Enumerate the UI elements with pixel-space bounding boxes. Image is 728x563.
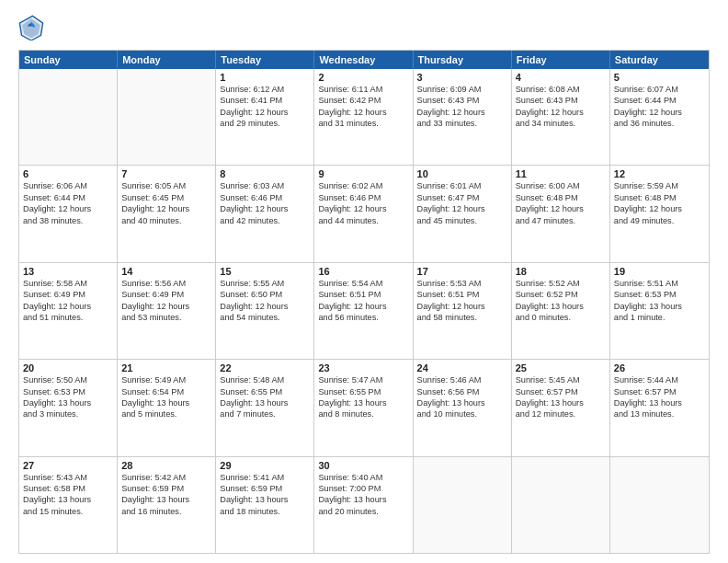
- day-cell-23: 23Sunrise: 5:47 AMSunset: 6:55 PMDayligh…: [314, 360, 413, 455]
- day-cell-18: 18Sunrise: 5:52 AMSunset: 6:52 PMDayligh…: [512, 263, 610, 359]
- calendar-row-1: 6Sunrise: 6:06 AMSunset: 6:44 PMDaylight…: [19, 165, 709, 261]
- cell-info-line: Sunrise: 6:00 AM: [516, 180, 606, 191]
- header-day-saturday: Saturday: [610, 51, 709, 69]
- day-cell-25: 25Sunrise: 5:45 AMSunset: 6:57 PMDayligh…: [512, 360, 610, 455]
- cell-info-line: Daylight: 13 hours: [417, 397, 507, 408]
- cell-info-line: and 44 minutes.: [318, 215, 408, 226]
- empty-cell: [610, 457, 709, 553]
- day-cell-24: 24Sunrise: 5:46 AMSunset: 6:56 PMDayligh…: [414, 360, 512, 455]
- day-cell-20: 20Sunrise: 5:50 AMSunset: 6:53 PMDayligh…: [19, 360, 118, 455]
- cell-info-line: Sunset: 6:44 PM: [614, 95, 705, 106]
- cell-info-line: Sunrise: 5:54 AM: [318, 278, 408, 289]
- day-number: 18: [516, 266, 606, 277]
- cell-info-line: Sunset: 6:55 PM: [220, 386, 310, 397]
- day-cell-26: 26Sunrise: 5:44 AMSunset: 6:57 PMDayligh…: [610, 360, 709, 455]
- cell-info-line: Daylight: 13 hours: [318, 494, 408, 505]
- cell-info-line: Sunrise: 5:59 AM: [614, 180, 705, 191]
- empty-cell: [19, 69, 118, 165]
- cell-info-line: Daylight: 12 hours: [417, 107, 507, 118]
- calendar-header: SundayMondayTuesdayWednesdayThursdayFrid…: [19, 51, 709, 69]
- day-number: 12: [614, 168, 705, 179]
- cell-info-line: Daylight: 13 hours: [220, 397, 310, 408]
- cell-info-line: Daylight: 12 hours: [220, 107, 310, 118]
- cell-info-line: Daylight: 13 hours: [220, 494, 310, 505]
- day-number: 29: [220, 460, 310, 471]
- cell-info-line: and 45 minutes.: [417, 215, 507, 226]
- cell-info-line: and 29 minutes.: [220, 118, 310, 129]
- cell-info-line: Sunset: 6:44 PM: [23, 192, 113, 203]
- day-number: 20: [23, 362, 113, 373]
- cell-info-line: Daylight: 12 hours: [417, 301, 507, 312]
- day-cell-17: 17Sunrise: 5:53 AMSunset: 6:51 PMDayligh…: [414, 263, 512, 359]
- day-number: 27: [23, 460, 113, 471]
- cell-info-line: and 7 minutes.: [220, 408, 310, 419]
- day-cell-28: 28Sunrise: 5:42 AMSunset: 6:59 PMDayligh…: [118, 457, 216, 553]
- day-number: 19: [614, 266, 705, 277]
- cell-info-line: Sunrise: 6:06 AM: [23, 180, 113, 191]
- day-number: 8: [220, 168, 310, 179]
- cell-info-line: Sunset: 6:52 PM: [516, 289, 606, 300]
- cell-info-line: Daylight: 12 hours: [417, 203, 507, 214]
- cell-info-line: Sunrise: 5:44 AM: [614, 374, 705, 385]
- cell-info-line: Sunrise: 5:41 AM: [220, 472, 310, 483]
- cell-info-line: Sunset: 7:00 PM: [318, 483, 408, 494]
- cell-info-line: Daylight: 12 hours: [614, 203, 705, 214]
- cell-info-line: and 33 minutes.: [417, 118, 507, 129]
- cell-info-line: Daylight: 12 hours: [516, 203, 606, 214]
- day-number: 13: [23, 266, 113, 277]
- day-number: 10: [417, 168, 507, 179]
- day-cell-21: 21Sunrise: 5:49 AMSunset: 6:54 PMDayligh…: [118, 360, 216, 455]
- cell-info-line: Sunrise: 5:56 AM: [121, 278, 211, 289]
- cell-info-line: Sunset: 6:43 PM: [417, 95, 507, 106]
- cell-info-line: Sunset: 6:53 PM: [614, 289, 705, 300]
- day-number: 26: [614, 362, 705, 373]
- day-cell-7: 7Sunrise: 6:05 AMSunset: 6:45 PMDaylight…: [118, 166, 216, 261]
- cell-info-line: and 36 minutes.: [614, 118, 705, 129]
- cell-info-line: Sunset: 6:50 PM: [220, 289, 310, 300]
- day-cell-27: 27Sunrise: 5:43 AMSunset: 6:58 PMDayligh…: [19, 457, 118, 553]
- header-day-sunday: Sunday: [19, 51, 118, 69]
- cell-info-line: and 13 minutes.: [614, 408, 705, 419]
- cell-info-line: and 16 minutes.: [121, 506, 211, 517]
- cell-info-line: Sunrise: 5:48 AM: [220, 374, 310, 385]
- cell-info-line: Daylight: 13 hours: [614, 397, 705, 408]
- cell-info-line: Sunrise: 5:43 AM: [23, 472, 113, 483]
- cell-info-line: and 31 minutes.: [318, 118, 408, 129]
- cell-info-line: Sunset: 6:43 PM: [516, 95, 606, 106]
- calendar: SundayMondayTuesdayWednesdayThursdayFrid…: [18, 50, 710, 554]
- cell-info-line: Sunrise: 6:02 AM: [318, 180, 408, 191]
- cell-info-line: Daylight: 13 hours: [23, 494, 113, 505]
- empty-cell: [512, 457, 610, 553]
- cell-info-line: Sunset: 6:54 PM: [121, 386, 211, 397]
- day-number: 7: [121, 168, 211, 179]
- day-number: 23: [318, 362, 408, 373]
- cell-info-line: Sunset: 6:46 PM: [220, 192, 310, 203]
- day-number: 5: [614, 72, 705, 83]
- cell-info-line: Daylight: 12 hours: [318, 203, 408, 214]
- cell-info-line: Daylight: 13 hours: [23, 397, 113, 408]
- cell-info-line: Sunrise: 6:12 AM: [220, 84, 310, 95]
- day-number: 2: [318, 72, 408, 83]
- cell-info-line: and 58 minutes.: [417, 312, 507, 323]
- cell-info-line: Sunrise: 6:01 AM: [417, 180, 507, 191]
- cell-info-line: Sunset: 6:49 PM: [23, 289, 113, 300]
- cell-info-line: and 10 minutes.: [417, 408, 507, 419]
- cell-info-line: Sunrise: 5:49 AM: [121, 374, 211, 385]
- cell-info-line: Sunset: 6:51 PM: [318, 289, 408, 300]
- day-cell-29: 29Sunrise: 5:41 AMSunset: 6:59 PMDayligh…: [216, 457, 314, 553]
- cell-info-line: and 56 minutes.: [318, 312, 408, 323]
- cell-info-line: Sunset: 6:42 PM: [318, 95, 408, 106]
- cell-info-line: and 3 minutes.: [23, 408, 113, 419]
- empty-cell: [118, 69, 216, 165]
- cell-info-line: and 1 minute.: [614, 312, 705, 323]
- cell-info-line: Sunrise: 6:03 AM: [220, 180, 310, 191]
- header-day-thursday: Thursday: [414, 51, 512, 69]
- cell-info-line: Sunset: 6:48 PM: [614, 192, 705, 203]
- cell-info-line: Daylight: 13 hours: [614, 301, 705, 312]
- day-cell-10: 10Sunrise: 6:01 AMSunset: 6:47 PMDayligh…: [414, 166, 512, 261]
- cell-info-line: and 0 minutes.: [516, 312, 606, 323]
- day-cell-13: 13Sunrise: 5:58 AMSunset: 6:49 PMDayligh…: [19, 263, 118, 359]
- cell-info-line: Sunrise: 5:42 AM: [121, 472, 211, 483]
- header-day-wednesday: Wednesday: [314, 51, 413, 69]
- cell-info-line: and 20 minutes.: [318, 506, 408, 517]
